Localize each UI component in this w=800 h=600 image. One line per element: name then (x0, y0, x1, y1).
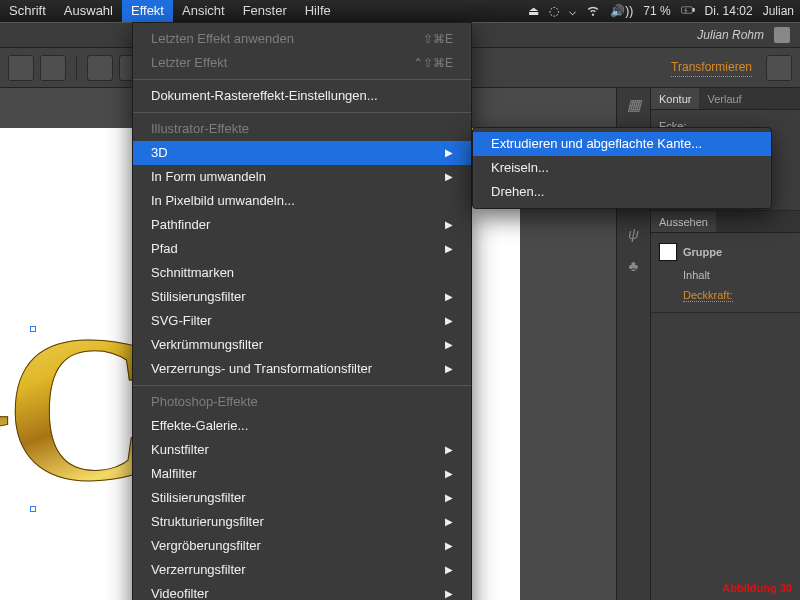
tab-gradient[interactable]: Verlauf (699, 88, 749, 109)
bluetooth-icon: ⌵ (569, 4, 576, 18)
menubar-item-effekt[interactable]: Effekt (122, 0, 173, 22)
chevron-right-icon: ▶ (445, 168, 453, 186)
menu-item-pathfinder[interactable]: Pathfinder▶ (133, 213, 471, 237)
battery-percent: 71 % (643, 4, 670, 18)
chevron-right-icon: ▶ (445, 312, 453, 330)
volume-icon: 🔊)) (610, 4, 633, 18)
sync-icon: ◌ (549, 4, 559, 18)
menubar-item-hilfe[interactable]: Hilfe (296, 0, 340, 22)
signed-in-user[interactable]: Julian Rohm (697, 28, 764, 42)
svg-rect-0 (681, 6, 692, 12)
chevron-right-icon: ▶ (445, 489, 453, 507)
chevron-right-icon: ▶ (445, 585, 453, 600)
chevron-right-icon: ▶ (445, 288, 453, 306)
menu-item-vergr-berungsfilter[interactable]: Vergröberungsfilter▶ (133, 534, 471, 558)
menu-section-illustrator: Illustrator-Effekte (133, 117, 471, 141)
effect-menu: Letzten Effekt anwenden⇧⌘E Letzter Effek… (132, 22, 472, 600)
submenu-item-kreiseln-[interactable]: Kreiseln... (473, 156, 771, 180)
chevron-right-icon: ▶ (445, 144, 453, 162)
submenu-item-drehen-[interactable]: Drehen... (473, 180, 771, 204)
menu-last-effect: Letzter Effekt⌃⇧⌘E (133, 51, 471, 75)
chevron-right-icon: ▶ (445, 216, 453, 234)
content-label: Inhalt (683, 269, 710, 281)
battery-icon (681, 3, 695, 20)
menu-item-stilisierungsfilter[interactable]: Stilisierungsfilter▶ (133, 285, 471, 309)
menubar-item-ansicht[interactable]: Ansicht (173, 0, 234, 22)
tool-button[interactable] (40, 55, 66, 81)
chevron-right-icon: ▶ (445, 360, 453, 378)
menu-apply-last: Letzten Effekt anwenden⇧⌘E (133, 27, 471, 51)
wifi-icon (586, 3, 600, 20)
menu-item-strukturierungsfilter[interactable]: Strukturierungsfilter▶ (133, 510, 471, 534)
symbols-icon[interactable]: ♣ (623, 254, 645, 276)
transform-link[interactable]: Transformieren (671, 58, 752, 77)
group-label: Gruppe (683, 246, 722, 258)
mac-menubar: SchriftAuswahlEffektAnsichtFensterHilfe … (0, 0, 800, 22)
tool-button[interactable] (87, 55, 113, 81)
svg-rect-1 (692, 8, 694, 11)
fill-swatch[interactable] (659, 243, 677, 261)
menu-item-verzerrungsfilter[interactable]: Verzerrungsfilter▶ (133, 558, 471, 582)
menu-item-pfad[interactable]: Pfad▶ (133, 237, 471, 261)
menu-item-malfilter[interactable]: Malfilter▶ (133, 462, 471, 486)
menu-item-in-form-umwandeln[interactable]: In Form umwandeln▶ (133, 165, 471, 189)
menu-item-kunstfilter[interactable]: Kunstfilter▶ (133, 438, 471, 462)
menu-item-schnittmarken[interactable]: Schnittmarken (133, 261, 471, 285)
menu-section-photoshop: Photoshop-Effekte (133, 390, 471, 414)
chevron-right-icon: ▶ (445, 537, 453, 555)
menu-item-svg-filter[interactable]: SVG-Filter▶ (133, 309, 471, 333)
menubar-item-fenster[interactable]: Fenster (234, 0, 296, 22)
menu-item-videofilter[interactable]: Videofilter▶ (133, 582, 471, 600)
clock: Di. 14:02 (705, 4, 753, 18)
menubar-item-schrift[interactable]: Schrift (0, 0, 55, 22)
chevron-right-icon: ▶ (445, 465, 453, 483)
caption: Abbildung 30 (722, 582, 792, 594)
submenu-item-extrudieren-und-abgeflachte-kante-[interactable]: Extrudieren und abgeflachte Kante... (473, 132, 771, 156)
menu-item-stilisierungsfilter[interactable]: Stilisierungsfilter▶ (133, 486, 471, 510)
menu-item-in-pixelbild-umwandeln-[interactable]: In Pixelbild umwandeln... (133, 189, 471, 213)
links-icon[interactable]: ψ (623, 222, 645, 244)
chevron-right-icon: ▶ (445, 441, 453, 459)
effect-3d-submenu: Extrudieren und abgeflachte Kante...Krei… (472, 127, 772, 209)
chevron-right-icon: ▶ (445, 561, 453, 579)
chevron-right-icon: ▶ (445, 240, 453, 258)
tool-button[interactable] (8, 55, 34, 81)
dropbox-icon: ⏏ (528, 4, 539, 18)
menu-raster-settings[interactable]: Dokument-Rastereffekt-Einstellungen... (133, 84, 471, 108)
tab-appearance[interactable]: Aussehen (651, 211, 716, 232)
user-name: Julian (763, 4, 794, 18)
menubar-status: ⏏ ◌ ⌵ 🔊)) 71 % Di. 14:02 Julian (528, 3, 800, 20)
avatar[interactable] (774, 27, 790, 43)
menu-item-verkr-mmungsfilter[interactable]: Verkrümmungsfilter▶ (133, 333, 471, 357)
menubar-item-auswahl[interactable]: Auswahl (55, 0, 122, 22)
tool-button[interactable] (766, 55, 792, 81)
chevron-right-icon: ▶ (445, 336, 453, 354)
menu-item-effekte-galerie-[interactable]: Effekte-Galerie... (133, 414, 471, 438)
swatches-icon[interactable]: ▦ (623, 94, 645, 116)
menu-item-verzerrungs-und-transformationsfilter[interactable]: Verzerrungs- und Transformationsfilter▶ (133, 357, 471, 381)
menu-item-3d[interactable]: 3D▶ (133, 141, 471, 165)
tab-stroke[interactable]: Kontur (651, 88, 699, 109)
chevron-right-icon: ▶ (445, 513, 453, 531)
opacity-link[interactable]: Deckkraft: (683, 289, 733, 302)
